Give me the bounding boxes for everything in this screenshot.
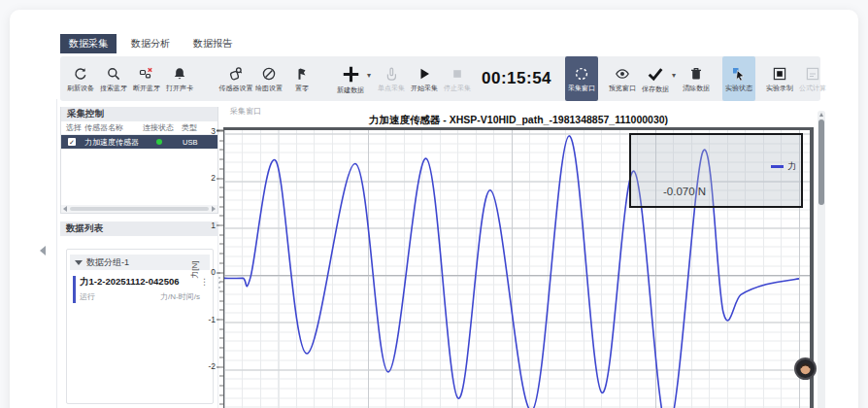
y-tick-label: 2 <box>186 173 216 183</box>
run-title: 力1-2-20251112-042506 <box>80 276 200 289</box>
experiment-record-button[interactable]: 实验录制 <box>763 56 796 101</box>
sensor-checkbox[interactable]: ✓ <box>68 138 76 146</box>
toolbar-label: 停止采集 <box>444 85 471 91</box>
search-icon <box>106 66 121 82</box>
legend-line-swatch <box>771 165 784 168</box>
plus-icon <box>342 65 360 84</box>
toolbar-label: 新建数据 <box>337 86 364 93</box>
chevron-down-icon[interactable]: ▾ <box>367 72 371 80</box>
run-status: 运行 <box>80 291 95 302</box>
left-gutter-divider <box>56 99 57 408</box>
play-icon <box>417 66 432 82</box>
sensor-name: 力加速度传感器 <box>84 137 143 148</box>
y-tick-label: 1 <box>186 221 216 230</box>
eye-icon <box>615 66 630 82</box>
clear-data-button[interactable]: 清除数据 <box>680 56 713 101</box>
toolbar-label: 单点采集 <box>378 85 405 91</box>
bluetooth-disconnect-icon <box>139 66 154 82</box>
scroll-up-icon[interactable] <box>819 113 823 117</box>
sensor-settings-icon <box>228 66 244 82</box>
capture-window-button[interactable]: 采集窗口 <box>565 56 598 101</box>
scrollbar-thumb[interactable] <box>70 207 209 211</box>
hand-point-icon <box>384 66 399 82</box>
sensor-type: USB <box>162 138 217 147</box>
toolbar-label: 保存数据 <box>642 85 669 92</box>
value-annotation: -0.070 N <box>663 186 706 197</box>
run-color-bar <box>73 276 76 303</box>
acquisition-timer: 00:15:54 <box>482 69 551 88</box>
check-icon <box>647 65 664 83</box>
chart-legend: 力 <box>771 160 796 173</box>
toolbar-label: 预览窗口 <box>609 85 636 91</box>
disconnect-bluetooth-button[interactable]: 断开蓝牙 <box>130 56 163 101</box>
toolbar-label: 实验状态 <box>725 85 752 91</box>
new-data-button[interactable]: ▾ 新建数据 <box>334 56 367 101</box>
sensor-row-selected[interactable]: ✓ 力加速度传感器 USB <box>61 135 217 149</box>
toolbar-label: 刷新设备 <box>67 85 94 91</box>
refresh-devices-button[interactable]: 刷新设备 <box>64 56 97 101</box>
refresh-icon <box>73 66 88 82</box>
toolbar: 刷新设备 搜索蓝牙 断开蓝牙 打开声卡 <box>60 56 820 101</box>
avatar-face-icon <box>798 361 813 376</box>
toolbar-label: 清除数据 <box>683 85 710 91</box>
bell-icon <box>172 66 187 82</box>
toolbar-label: 实验录制 <box>766 85 793 91</box>
chevron-down-icon[interactable]: ▾ <box>672 72 676 80</box>
scrollbar-thumb[interactable] <box>818 119 824 205</box>
horizontal-scrollbar[interactable] <box>61 205 217 213</box>
expand-arrow-icon[interactable] <box>75 260 83 265</box>
draw-settings-icon <box>261 66 277 82</box>
experiment-status-button[interactable]: 实验状态 <box>722 56 755 101</box>
scroll-right-icon[interactable] <box>212 206 216 212</box>
plot-area[interactable]: -0.070 N 力 <box>223 127 814 408</box>
col-connection-status: 连接状态 <box>143 122 182 133</box>
collapse-sidebar-arrow[interactable] <box>40 246 46 255</box>
sensor-settings-button[interactable]: 传感器设置 <box>219 56 252 101</box>
open-soundcard-button[interactable]: 打开声卡 <box>163 56 196 101</box>
legend-series-label: 力 <box>787 160 796 173</box>
toolbar-label: 搜索蓝牙 <box>100 85 127 91</box>
toolbar-label: 断开蓝牙 <box>133 85 160 91</box>
save-data-button[interactable]: ▾ 保存数据 <box>639 56 672 101</box>
single-point-button: 单点采集 <box>375 56 408 101</box>
cursor-hand-icon <box>731 66 747 82</box>
chart-title: 力加速度传感器 - XHSP-V10HID_path_-1981348857_1… <box>223 114 814 127</box>
toolbar-label: 置零 <box>295 85 309 91</box>
tab-data-acquisition[interactable]: 数据采集 <box>60 34 117 53</box>
record-square-icon <box>772 66 787 82</box>
data-group-label: 数据分组-1 <box>86 256 129 269</box>
app-window: 数据采集 数据分析 数据报告 刷新设备 搜索蓝牙 断开蓝牙 <box>10 10 858 408</box>
toolbar-label: 开始采集 <box>411 85 438 91</box>
acquisition-control-panel: 采集控制 选择 传感器名称 连接状态 类型 ✓ 力加速度传感器 USB <box>60 107 218 214</box>
assistant-avatar-button[interactable] <box>794 357 817 380</box>
scroll-left-icon[interactable] <box>63 206 67 212</box>
toolbar-label: 公式计算 <box>799 85 826 91</box>
stop-acquisition-button: 停止采集 <box>441 56 474 101</box>
y-tick-label: 0 <box>186 267 216 277</box>
draw-settings-button[interactable]: 绘图设置 <box>252 56 285 101</box>
y-tick-label: -1 <box>186 315 216 324</box>
panel-title: 采集控制 <box>61 107 217 121</box>
zero-flag-icon <box>294 66 310 82</box>
capture-window-panel: 采集窗口 力加速度传感器 - XHSP-V10HID_path_-1981348… <box>223 105 845 408</box>
formula-square-icon <box>805 66 820 82</box>
col-sensor-name: 传感器名称 <box>84 122 143 133</box>
run-axes: 力/N-时间/s <box>160 291 200 302</box>
toolbar-label: 打开声卡 <box>166 85 193 91</box>
preview-window-button[interactable]: 预览窗口 <box>606 56 639 101</box>
start-acquisition-button[interactable]: 开始采集 <box>408 56 441 101</box>
y-tick-label: -2 <box>186 361 216 371</box>
formula-calc-button: 公式计算 <box>796 56 829 101</box>
zero-button[interactable]: 置零 <box>285 56 318 101</box>
tab-data-analysis[interactable]: 数据分析 <box>122 34 179 53</box>
more-options-icon[interactable]: ⋮ <box>200 277 209 287</box>
toolbar-label: 传感器设置 <box>219 85 253 91</box>
chart-vertical-scrollbar[interactable] <box>818 111 825 408</box>
main-tab-bar: 数据采集 数据分析 数据报告 <box>60 34 241 53</box>
stop-icon <box>450 66 465 82</box>
y-tick-label: 3 <box>186 126 216 136</box>
col-select: 选择 <box>61 122 84 133</box>
search-bluetooth-button[interactable]: 搜索蓝牙 <box>97 56 130 101</box>
toolbar-label: 采集窗口 <box>568 85 595 91</box>
tab-data-report[interactable]: 数据报告 <box>184 34 241 53</box>
